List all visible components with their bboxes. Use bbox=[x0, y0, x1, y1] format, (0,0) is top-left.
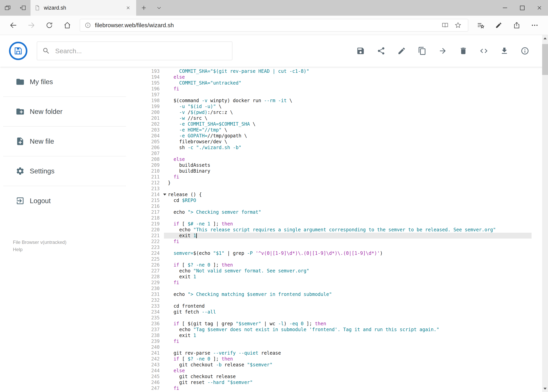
code-line-text[interactable] bbox=[164, 150, 532, 156]
code-line[interactable]: 194 else bbox=[141, 74, 532, 80]
hub-favorites-button[interactable] bbox=[472, 16, 490, 35]
tab-list-button[interactable] bbox=[152, 0, 167, 16]
code-line[interactable]: 230 bbox=[141, 286, 532, 291]
page-scrollbar[interactable] bbox=[542, 35, 548, 392]
code-line[interactable]: 225 bbox=[141, 256, 532, 262]
scroll-down-arrow[interactable] bbox=[542, 385, 548, 392]
code-line-text[interactable]: else bbox=[164, 74, 532, 80]
code-line[interactable]: 209 buildAssets bbox=[141, 162, 532, 168]
download-button[interactable] bbox=[500, 47, 509, 55]
site-info-icon[interactable] bbox=[85, 22, 91, 28]
code-line-text[interactable]: sh -c "./wizard.sh -b" bbox=[164, 145, 532, 150]
code-line-text[interactable]: echo "> Checking semver format" bbox=[164, 209, 532, 215]
code-line-text[interactable]: } bbox=[164, 180, 532, 186]
save-button[interactable] bbox=[356, 47, 365, 55]
scroll-up-arrow[interactable] bbox=[542, 35, 548, 42]
code-line[interactable]: 237 echo "Tag $semver does not exist in … bbox=[141, 327, 532, 333]
code-line[interactable]: 207 bbox=[141, 150, 532, 156]
code-line-text[interactable]: echo "This release script requires a sin… bbox=[164, 227, 532, 233]
share-file-button[interactable] bbox=[377, 47, 385, 55]
favorite-button[interactable] bbox=[453, 20, 463, 30]
code-line[interactable]: 231 echo "> Checking matching $semver in… bbox=[141, 291, 532, 297]
code-line[interactable]: 204 -e GOPATH=//tmp/gopath \ bbox=[141, 133, 532, 139]
code-line[interactable]: 232 bbox=[141, 297, 532, 303]
code-line-text[interactable] bbox=[164, 344, 532, 350]
code-line-text[interactable]: fi bbox=[164, 385, 532, 391]
code-line-text[interactable]: -e COMMIT_SHA=$COMMIT_SHA \ bbox=[164, 121, 532, 127]
code-line[interactable]: 238 exit 1 bbox=[141, 333, 532, 338]
code-line-text[interactable] bbox=[164, 315, 532, 321]
code-line[interactable]: 234 git fetch --all bbox=[141, 309, 532, 315]
more-options-button[interactable] bbox=[526, 16, 544, 35]
sidebar-item-settings[interactable]: Settings bbox=[0, 156, 141, 186]
code-line-text[interactable]: fi bbox=[164, 174, 532, 180]
delete-button[interactable] bbox=[459, 47, 468, 55]
code-line[interactable]: 201 -w //src \ bbox=[141, 115, 532, 121]
code-line[interactable]: 228 exit 1 bbox=[141, 274, 532, 280]
code-line[interactable]: 214release () { bbox=[141, 192, 532, 197]
code-line[interactable]: 202 -e COMMIT_SHA=$COMMIT_SHA \ bbox=[141, 121, 532, 127]
code-line-text[interactable] bbox=[164, 245, 532, 250]
back-button[interactable] bbox=[4, 16, 22, 35]
code-line[interactable]: 219 if [ $# -ne 1 ]; then bbox=[141, 221, 532, 227]
code-line[interactable]: 211 fi bbox=[141, 174, 532, 180]
browser-tab[interactable]: wizard.sh bbox=[30, 0, 136, 16]
filebrowser-logo[interactable] bbox=[9, 42, 28, 60]
code-line[interactable]: 205 filebrowser/dev \ bbox=[141, 139, 532, 145]
code-line-text[interactable]: -e GOPATH=//tmp/gopath \ bbox=[164, 133, 532, 139]
code-line-text[interactable]: git checkout -b release "$semver" bbox=[164, 362, 532, 368]
code-line-text[interactable]: fi bbox=[164, 280, 532, 286]
set-tabs-aside-button[interactable] bbox=[15, 0, 30, 16]
code-line[interactable]: 236 if [ $(git tag | grep "$semver" | wc… bbox=[141, 321, 532, 327]
close-window-button[interactable] bbox=[531, 0, 548, 16]
code-line-text[interactable]: echo "> Checking matching $semver in fro… bbox=[164, 291, 532, 297]
code-line-text[interactable]: filebrowser/dev \ bbox=[164, 139, 532, 145]
edit-button[interactable] bbox=[397, 47, 406, 55]
code-line[interactable]: 195 COMMIT_SHA="untracked" bbox=[141, 80, 532, 86]
help-link[interactable]: Help bbox=[13, 246, 141, 253]
code-line[interactable]: 197 bbox=[141, 92, 532, 98]
code-line[interactable]: 198 $(command -v winpty) docker run --rm… bbox=[141, 98, 532, 104]
info-button[interactable] bbox=[520, 47, 529, 55]
code-line[interactable]: 220 echo "This release script requires a… bbox=[141, 227, 532, 233]
reading-view-button[interactable] bbox=[440, 20, 450, 30]
code-line[interactable]: 200 -v /$(pwd):/src:z \ bbox=[141, 109, 532, 115]
tab-preview-toggle-button[interactable] bbox=[0, 0, 15, 16]
code-line-text[interactable] bbox=[164, 215, 532, 221]
code-line[interactable]: 216 bbox=[141, 203, 532, 209]
code-line[interactable]: 196 fi bbox=[141, 86, 532, 92]
code-line[interactable]: 235 bbox=[141, 315, 532, 321]
share-button[interactable] bbox=[508, 16, 526, 35]
code-line-text[interactable]: cd $REPO bbox=[164, 197, 532, 203]
code-line-text[interactable]: else bbox=[164, 368, 532, 374]
code-line[interactable]: 193 COMMIT_SHA="$(git rev-parse HEAD | c… bbox=[141, 68, 532, 74]
code-line-text[interactable]: -w //src \ bbox=[164, 115, 532, 121]
code-line-text[interactable]: COMMIT_SHA="untracked" bbox=[164, 80, 532, 86]
code-line[interactable]: 206 sh -c "./wizard.sh -b" bbox=[141, 145, 532, 150]
code-line[interactable]: 229 fi bbox=[141, 280, 532, 286]
code-line[interactable]: 212} bbox=[141, 180, 532, 186]
code-line-text[interactable]: echo "Tag $semver does not exist in subm… bbox=[164, 327, 532, 333]
source-code-button[interactable] bbox=[479, 47, 488, 55]
code-line[interactable]: 245 git checkout release bbox=[141, 374, 532, 379]
code-line[interactable]: 221 exit 1 bbox=[141, 233, 532, 238]
code-line-text[interactable]: exit 1 bbox=[164, 274, 532, 280]
code-line-text[interactable]: if [ $# -ne 1 ]; then bbox=[164, 221, 532, 227]
code-editor[interactable]: 193 COMMIT_SHA="$(git rev-parse HEAD | c… bbox=[141, 67, 548, 392]
code-line-text[interactable]: exit 1 bbox=[164, 333, 532, 338]
code-line[interactable]: 240 bbox=[141, 344, 532, 350]
refresh-button[interactable] bbox=[40, 16, 58, 35]
sidebar-item-new-file[interactable]: New file bbox=[0, 127, 141, 156]
code-line-text[interactable]: fi bbox=[164, 238, 532, 245]
code-line-text[interactable]: fi bbox=[164, 338, 532, 344]
fold-marker-icon[interactable] bbox=[163, 194, 166, 196]
code-line-text[interactable]: else bbox=[164, 156, 532, 162]
code-line-text[interactable]: -e HOME="//tmp" \ bbox=[164, 127, 532, 133]
code-line[interactable]: 222 fi bbox=[141, 238, 532, 245]
move-button[interactable] bbox=[438, 47, 447, 55]
code-line[interactable]: 224 semver=$(echo "$1" | grep -P '^v(0|[… bbox=[141, 250, 532, 256]
code-line-text[interactable]: COMMIT_SHA="$(git rev-parse HEAD | cut -… bbox=[164, 68, 532, 74]
code-line[interactable]: 242 if [ $? -ne 0 ]; then bbox=[141, 356, 532, 362]
code-line[interactable]: 227 echo "Not valid semver format. See s… bbox=[141, 268, 532, 274]
scrollbar-thumb[interactable] bbox=[542, 44, 548, 75]
